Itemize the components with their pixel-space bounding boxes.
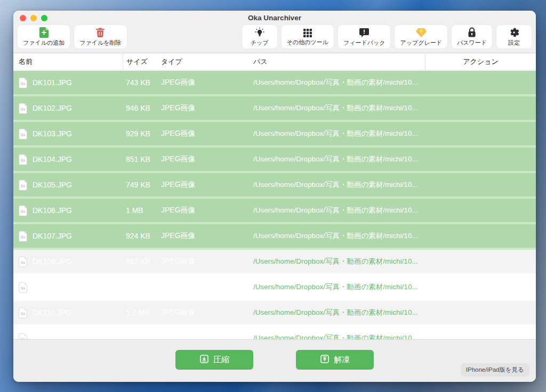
row-name: DK103.JPG <box>33 129 72 138</box>
file-icon <box>19 154 28 165</box>
table-row[interactable]: DK104.JPG 851 KB JPEG画像 /Users/home/Drop… <box>13 148 536 171</box>
compress-icon <box>199 354 209 365</box>
row-name: DK107.JPG <box>33 232 72 240</box>
row-path: /Users/home/Dropbox/写真・動画の素材/michi/10... <box>251 282 425 292</box>
gear-icon <box>509 27 519 38</box>
column-header-action[interactable]: アクション <box>425 53 536 70</box>
extract-label: 解凍 <box>334 355 350 365</box>
password-label: パスワード <box>457 39 487 47</box>
row-path: /Users/home/Dropbox/写真・動画の素材/michi/10... <box>251 333 425 339</box>
extract-icon <box>320 354 330 365</box>
table-row[interactable]: DK102.JPG 946 KB JPEG画像 /Users/home/Drop… <box>13 96 536 120</box>
feedback-label: フィードバック <box>343 39 386 47</box>
row-size: 924 KB <box>123 232 159 240</box>
file-icon <box>19 256 28 267</box>
add-file-label: ファイルの追加 <box>23 39 65 47</box>
iphone-ipad-link[interactable]: IPhone/iPad版を見る <box>461 363 529 377</box>
column-header-path[interactable]: パス <box>251 57 425 67</box>
extract-button[interactable]: 解凍 <box>296 350 374 370</box>
toolbar: ファイルの追加 ファイルを削除 チップ <box>13 25 536 50</box>
row-path: /Users/home/Dropbox/写真・動画の素材/michi/10... <box>251 308 425 317</box>
row-path: /Users/home/Dropbox/写真・動画の素材/michi/10... <box>251 180 425 190</box>
file-icon <box>19 77 28 88</box>
add-file-icon <box>39 27 49 38</box>
file-icon <box>19 231 28 242</box>
row-path: /Users/home/Dropbox/写真・動画の素材/michi/10... <box>251 129 425 138</box>
row-path: /Users/home/Dropbox/写真・動画の素材/michi/10... <box>251 78 425 87</box>
row-size: 929 KB <box>123 129 159 138</box>
row-path: /Users/home/Dropbox/写真・動画の素材/michi/10... <box>251 206 425 215</box>
row-size: 851 KB <box>123 155 159 164</box>
row-path: /Users/home/Dropbox/写真・動画の素材/michi/10... <box>251 257 425 266</box>
table-row[interactable]: DK107.JPG 924 KB JPEG画像 /Users/home/Drop… <box>13 224 536 248</box>
row-size: 743 KB <box>123 78 159 87</box>
file-icon <box>19 103 28 114</box>
row-type: JPEG画像 <box>159 103 251 113</box>
lock-icon <box>467 27 477 38</box>
row-name: DK106.JPG <box>33 206 72 215</box>
table-row[interactable]: DK101.JPG 743 KB JPEG画像 /Users/home/Drop… <box>13 71 536 94</box>
table-row[interactable]: DK109.JPG JPEG画像 /Users/home/Dropbox/写真・… <box>13 275 536 299</box>
settings-button[interactable]: 設定 <box>496 25 532 48</box>
row-name: DK104.JPG <box>33 155 72 164</box>
footer-bar: 圧縮 解凍 IPhone/iPad版を見る <box>13 339 536 382</box>
toolbar-right-group: チップ その他のツール フィードバック <box>242 25 532 50</box>
file-icon <box>19 282 28 293</box>
other-tools-label: その他のツール <box>287 38 328 46</box>
row-type: JPEG画像 <box>159 154 251 164</box>
row-size: 1.1 MB <box>123 308 159 317</box>
window-title: Oka Unarchiver <box>13 14 536 22</box>
row-path: /Users/home/Dropbox/写真・動画の素材/michi/10... <box>251 154 425 164</box>
table-header: 名前 サイズ タイプ パス アクション <box>13 53 536 70</box>
column-header-name[interactable]: 名前 <box>13 57 123 67</box>
table-row[interactable]: /Users/home/Dropbox/写真・動画の素材/michi/10... <box>13 326 536 339</box>
add-file-button[interactable]: ファイルの追加 <box>18 25 70 48</box>
file-icon <box>19 333 28 340</box>
table-row[interactable]: DK105.JPG 749 KB JPEG画像 /Users/home/Drop… <box>13 173 536 197</box>
row-path: /Users/home/Dropbox/写真・動画の素材/michi/10... <box>251 231 425 241</box>
toolbar-left-group: ファイルの追加 ファイルを削除 <box>18 25 127 50</box>
file-icon <box>19 307 28 318</box>
row-size: 1 MB <box>123 206 159 215</box>
delete-file-label: ファイルを削除 <box>79 39 121 47</box>
feedback-icon <box>359 28 370 38</box>
compress-label: 圧縮 <box>213 355 229 365</box>
settings-label: 設定 <box>508 39 520 47</box>
table-row[interactable]: DK103.JPG 929 KB JPEG画像 /Users/home/Drop… <box>13 122 536 145</box>
upgrade-button[interactable]: アップグレード <box>395 25 447 48</box>
row-type: JPEG画像 <box>159 129 251 138</box>
upgrade-label: アップグレード <box>400 39 442 47</box>
file-icon <box>19 205 28 216</box>
other-tools-button[interactable]: その他のツール <box>282 25 334 48</box>
row-name: DK110.JPG <box>33 308 71 317</box>
column-header-size[interactable]: サイズ <box>123 53 159 70</box>
row-name: DK102.JPG <box>33 104 72 112</box>
compress-button[interactable]: 圧縮 <box>175 350 253 370</box>
row-name: DK108.JPG <box>33 257 72 266</box>
row-type: JPEG画像 <box>159 257 251 266</box>
gem-icon <box>415 28 427 38</box>
file-icon <box>19 128 28 140</box>
delete-file-button[interactable]: ファイルを削除 <box>74 25 126 48</box>
row-size: 893 KB <box>123 257 159 266</box>
column-header-type[interactable]: タイプ <box>159 57 251 67</box>
password-button[interactable]: パスワード <box>452 25 492 48</box>
row-type: JPEG画像 <box>159 206 251 215</box>
table-row[interactable]: DK108.JPG 893 KB JPEG画像 /Users/home/Drop… <box>13 250 536 273</box>
lightbulb-icon <box>254 27 265 38</box>
trash-icon <box>95 27 105 38</box>
app-window: Oka Unarchiver ファイルの追加 ファイルを削除 <box>13 11 536 382</box>
table-row[interactable]: DK110.JPG 1.1 MB JPEG画像 /Users/home/Drop… <box>13 301 536 324</box>
grid-icon <box>303 28 312 37</box>
feedback-button[interactable]: フィードバック <box>338 25 391 48</box>
file-icon <box>19 179 28 191</box>
row-size: 946 KB <box>123 104 159 112</box>
table-row[interactable]: DK106.JPG 1 MB JPEG画像 /Users/home/Dropbo… <box>13 199 536 222</box>
row-size: 749 KB <box>123 181 159 189</box>
row-name: DK105.JPG <box>33 181 72 189</box>
tips-button[interactable]: チップ <box>242 25 277 48</box>
row-type: JPEG画像 <box>159 282 251 292</box>
row-path: /Users/home/Dropbox/写真・動画の素材/michi/10... <box>251 103 425 113</box>
row-name: DK101.JPG <box>33 78 72 87</box>
row-type: JPEG画像 <box>159 231 251 241</box>
